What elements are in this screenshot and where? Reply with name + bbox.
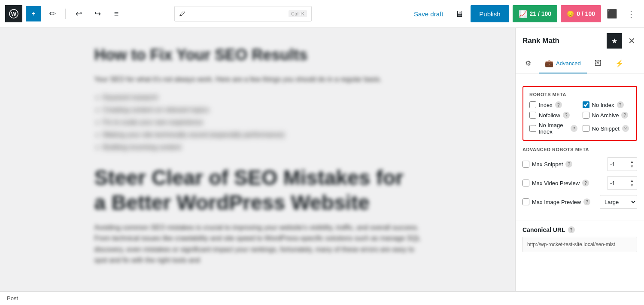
- no-image-index-checkbox[interactable]: [529, 125, 536, 132]
- save-draft-button[interactable]: Save draft: [409, 8, 448, 20]
- max-snippet-down[interactable]: ▼: [630, 165, 634, 169]
- rm-close-button[interactable]: ✕: [626, 34, 637, 48]
- toolbar-right: Save draft 🖥 Publish 📈 21 / 100 😊 0 / 10…: [409, 5, 639, 22]
- advanced-icon: 💼: [545, 59, 553, 67]
- list-item: Making your site technically sound (espe…: [103, 129, 421, 141]
- robots-noimageindex-item: No Image Index ?: [529, 122, 577, 135]
- nofollow-checkbox[interactable]: [529, 112, 536, 119]
- advanced-robots-meta: ADVANCED ROBOTS META Max Snippet ? ▲ ▼: [516, 147, 644, 220]
- tab-social[interactable]: ⚡: [609, 54, 630, 73]
- toolbar: W + ✏ ↩ ↪ ≡ 🖊 Ctrl+K Save draft 🖥 Publis…: [0, 0, 644, 28]
- undo-button[interactable]: ↩: [71, 6, 86, 21]
- max-video-preview-spin: ▲ ▼: [630, 179, 634, 188]
- seo-score-badge[interactable]: 📈 21 / 100: [513, 5, 558, 22]
- no-archive-help-icon[interactable]: ?: [621, 112, 628, 119]
- redo-button[interactable]: ↪: [90, 6, 105, 21]
- canonical-url-label: Canonical URL ?: [522, 226, 637, 233]
- publish-button[interactable]: Publish: [471, 5, 509, 22]
- seo-score-icon: 📈: [519, 10, 527, 18]
- post-paragraph-1: Your SEO for what it's not always work. …: [94, 74, 421, 85]
- settings-icon: ⚙: [525, 59, 531, 67]
- robots-meta-title: ROBOTS META: [529, 92, 630, 97]
- max-image-preview-label-group: Max Image Preview ?: [522, 198, 596, 205]
- no-index-checkbox[interactable]: [583, 101, 589, 108]
- robots-nofollow-item: Nofollow ?: [529, 112, 577, 119]
- rm-title: Rank Math: [522, 37, 602, 45]
- rm-star-button[interactable]: ★: [607, 33, 622, 49]
- no-image-index-help-icon[interactable]: ?: [571, 125, 577, 132]
- robots-nosnippet-item: No Snippet ?: [583, 122, 631, 135]
- max-snippet-input[interactable]: [610, 161, 625, 168]
- max-video-preview-input[interactable]: [610, 180, 625, 186]
- rm-header: Rank Math ★ ✕: [516, 28, 644, 54]
- star-icon: ★: [611, 37, 617, 45]
- no-image-index-label: No Image Index: [539, 122, 568, 135]
- no-index-help-icon[interactable]: ?: [617, 101, 624, 108]
- max-image-preview-row: Max Image Preview ? None Standard Large: [522, 195, 637, 209]
- list-item: Building incoming content: [103, 141, 421, 154]
- view-mode-button[interactable]: 🖥: [452, 6, 467, 21]
- max-snippet-up[interactable]: ▲: [630, 160, 634, 164]
- max-snippet-row: Max Snippet ? ▲ ▼: [522, 157, 637, 171]
- canonical-url-input[interactable]: [522, 237, 637, 252]
- social-icon: ⚡: [615, 59, 624, 67]
- max-image-preview-select[interactable]: None Standard Large: [600, 195, 637, 209]
- max-video-preview-checkbox[interactable]: [522, 180, 529, 186]
- max-video-preview-up[interactable]: ▲: [630, 179, 634, 183]
- shortcut-hint: Ctrl+K: [289, 10, 307, 17]
- sidebar-toggle-button[interactable]: ⬛: [605, 6, 620, 21]
- status-label: Post: [7, 295, 18, 302]
- index-checkbox[interactable]: [529, 101, 536, 108]
- status-bar: Post: [0, 291, 644, 305]
- no-archive-checkbox[interactable]: [583, 112, 589, 119]
- more-options-button[interactable]: ⋮: [623, 6, 639, 21]
- main-layout: How to Fix Your SEO Results Your SEO for…: [0, 28, 644, 291]
- search-bar[interactable]: 🖊 Ctrl+K: [174, 6, 312, 21]
- max-video-preview-down[interactable]: ▼: [630, 183, 634, 188]
- robots-noindex-item: No Index ?: [583, 101, 631, 108]
- rank-math-sidebar: Rank Math ★ ✕ ⚙ 💼 Advanced 🖼 ⚡: [515, 28, 644, 291]
- canonical-url-section: Canonical URL ?: [516, 220, 644, 258]
- editor-area: How to Fix Your SEO Results Your SEO for…: [0, 28, 515, 291]
- tab-advanced[interactable]: 💼 Advanced: [539, 54, 587, 73]
- post-heading-2: Steer Clear of SEO Mistakes for a Better…: [94, 165, 421, 215]
- max-video-preview-label: Max Video Preview: [532, 180, 580, 186]
- readability-score-value: 0 / 100: [577, 10, 595, 17]
- max-snippet-label: Max Snippet: [532, 161, 563, 168]
- separator: [65, 9, 66, 19]
- readability-score-badge[interactable]: 😊 0 / 100: [561, 5, 601, 22]
- post-title: How to Fix Your SEO Results: [94, 45, 421, 65]
- edit-button[interactable]: ✏: [45, 6, 60, 21]
- list-item: Creating content on relevant topics: [103, 104, 421, 116]
- no-snippet-checkbox[interactable]: [583, 125, 589, 132]
- list-item: Keyword research: [103, 92, 421, 104]
- rm-tabs: ⚙ 💼 Advanced 🖼 ⚡: [516, 54, 644, 74]
- advanced-robots-title: ADVANCED ROBOTS META: [522, 147, 637, 152]
- nofollow-label: Nofollow: [539, 112, 560, 119]
- nofollow-help-icon[interactable]: ?: [563, 112, 570, 119]
- search-input[interactable]: [189, 11, 285, 17]
- tab-settings[interactable]: ⚙: [519, 54, 537, 73]
- no-snippet-label: No Snippet: [592, 125, 620, 132]
- canonical-url-help-icon[interactable]: ?: [568, 226, 575, 233]
- add-block-button[interactable]: +: [26, 6, 41, 21]
- index-label: Index: [539, 102, 553, 108]
- readability-icon: 😊: [567, 10, 574, 17]
- max-snippet-help-icon[interactable]: ?: [565, 161, 572, 168]
- max-video-preview-help-icon[interactable]: ?: [582, 180, 589, 186]
- robots-grid: Index ? No Index ? Nofollow ?: [529, 101, 630, 135]
- robots-noarchive-item: No Archive ?: [583, 112, 631, 119]
- max-image-preview-help-icon[interactable]: ?: [583, 198, 590, 205]
- post-list: Keyword research Creating content on rel…: [103, 92, 421, 153]
- max-snippet-checkbox[interactable]: [522, 161, 529, 168]
- max-snippet-input-group: ▲ ▼: [607, 157, 637, 171]
- list-view-button[interactable]: ≡: [109, 6, 124, 21]
- index-help-icon[interactable]: ?: [555, 101, 562, 108]
- svg-text:W: W: [11, 11, 17, 17]
- max-video-preview-input-group: ▲ ▼: [607, 176, 637, 190]
- max-video-preview-label-group: Max Video Preview ?: [522, 180, 604, 186]
- max-image-preview-checkbox[interactable]: [522, 198, 529, 205]
- wp-logo[interactable]: W: [5, 5, 22, 22]
- no-snippet-help-icon[interactable]: ?: [622, 125, 629, 132]
- tab-schema[interactable]: 🖼: [589, 55, 608, 73]
